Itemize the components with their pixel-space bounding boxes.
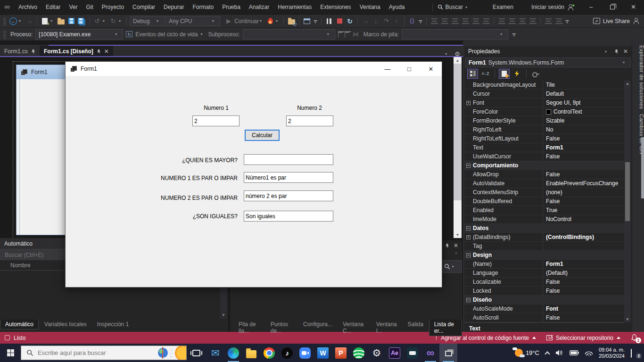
close-panel-icon[interactable]: ✕: [623, 48, 628, 55]
minimize-button[interactable]: −: [580, 0, 602, 14]
debug-location-overflow-icon[interactable]: ▬▾: [511, 32, 517, 37]
menu-item[interactable]: Git: [82, 0, 97, 14]
document-tab[interactable]: Form1.cs [Diseño] ✕: [40, 46, 113, 57]
task-view-button[interactable]: [187, 344, 206, 362]
vertical-spacing-icon[interactable]: [554, 16, 563, 26]
pin-icon[interactable]: [445, 243, 449, 248]
scroll-up-icon[interactable]: ▲: [626, 81, 629, 87]
select-repository-button[interactable]: Seleccionar repositorio: [546, 335, 620, 341]
spotify-icon[interactable]: [350, 344, 368, 362]
Enabled[interactable]: Enabled True: [464, 206, 624, 215]
FormBorderStyle[interactable]: FormBorderStyle Sizable: [464, 116, 624, 125]
chrome-icon[interactable]: [260, 344, 278, 362]
AutoScroll[interactable]: AutoScroll False: [464, 313, 624, 322]
redo-icon[interactable]: ↻: [108, 16, 118, 26]
ImeMode[interactable]: ImeMode NoControl: [464, 215, 624, 224]
pin-icon[interactable]: [31, 49, 35, 54]
stack-frame-dropdown[interactable]: ▾: [402, 29, 508, 40]
pause-debug-icon[interactable]: [324, 16, 334, 26]
align-tops-icon[interactable]: [461, 16, 470, 26]
solution-configuration-dropdown[interactable]: Debug▾: [130, 16, 165, 26]
Text[interactable]: Text Form1: [464, 143, 624, 152]
vertical-tool-tab[interactable]: Explorador de soluciones: [632, 41, 644, 109]
output-tab[interactable]: Ventana C...: [338, 320, 371, 336]
hot-reload-icon[interactable]: [265, 16, 275, 26]
close-tab-icon[interactable]: ✕: [104, 48, 109, 55]
live-share-button[interactable]: ↗ Live Share: [593, 18, 644, 25]
form-close-button[interactable]: ✕: [420, 62, 442, 76]
numero1-par-textbox[interactable]: [244, 172, 333, 183]
debug-toolbar-overflow-icon[interactable]: ▬▾: [418, 19, 423, 24]
save-all-icon[interactable]: [77, 16, 86, 26]
UseWaitCursor[interactable]: UseWaitCursor False: [464, 152, 624, 161]
explorer-icon[interactable]: [242, 344, 260, 362]
step-over-icon[interactable]: ↷: [381, 16, 391, 26]
align-bottoms-icon[interactable]: [481, 16, 491, 26]
son-iguales-textbox[interactable]: [244, 211, 333, 222]
tiktok-icon[interactable]: ♪: [278, 344, 296, 362]
undo-chevron-icon[interactable]: ▾: [103, 19, 107, 23]
unflag-threads-icon[interactable]: [345, 31, 348, 37]
categorized-view-icon[interactable]: [467, 69, 478, 79]
scrollbar-thumb[interactable]: [625, 162, 630, 221]
align-rights-icon[interactable]: [450, 16, 460, 26]
menu-item[interactable]: Formato: [188, 0, 218, 14]
new-project-icon[interactable]: [40, 16, 50, 26]
expand-toggle-icon[interactable]: −: [466, 226, 471, 230]
designer-vertical-scrollbar[interactable]: ▲ ▼: [454, 57, 462, 238]
form-minimize-button[interactable]: —: [377, 62, 398, 76]
align-middles-icon[interactable]: [471, 16, 480, 26]
search-highlight-doodle[interactable]: ←←←: [158, 346, 185, 360]
lifecycle-events-icon[interactable]: ↻: [126, 31, 132, 37]
menu-item[interactable]: Compilar: [128, 0, 159, 14]
open-file-icon[interactable]: [56, 16, 66, 26]
form-maximize-button[interactable]: □: [398, 62, 420, 76]
Localizable[interactable]: Localizable False: [464, 278, 624, 287]
menu-item[interactable]: Editar: [41, 0, 65, 14]
expand-toggle-icon[interactable]: +: [466, 101, 471, 105]
quien-es-mayor-textbox[interactable]: [244, 154, 333, 165]
numero2-textbox[interactable]: [286, 115, 333, 126]
watch-tab[interactable]: Inspección 1: [92, 320, 133, 329]
continue-chevron-icon[interactable]: ▾: [260, 19, 264, 23]
(Name)[interactable]: (Name) Form1: [464, 260, 624, 269]
watch-tab[interactable]: Automático: [0, 320, 39, 329]
output-tab[interactable]: Lista de er...: [429, 320, 462, 336]
expand-toggle-icon[interactable]: −: [466, 298, 471, 302]
document-tab[interactable]: Form1.cs ✕: [0, 46, 40, 57]
ForeColor[interactable]: ForeColor ControlText: [464, 107, 624, 116]
code-map-icon[interactable]: ⟨⟩: [407, 16, 417, 26]
form-title-bar[interactable]: Form1 — □ ✕: [66, 62, 442, 76]
phone-link-icon[interactable]: [404, 344, 421, 362]
make-same-height-icon[interactable]: [507, 16, 517, 26]
debug-location-grip[interactable]: [3, 30, 6, 39]
RightToLeft[interactable]: RightToLeft No: [464, 125, 624, 134]
Design[interactable]: − Design: [464, 251, 624, 260]
pin-icon[interactable]: [614, 49, 619, 54]
pin-icon[interactable]: [97, 49, 101, 54]
taskbar-search-box[interactable]: ←←←: [21, 346, 187, 360]
toolbar-overflow-icon[interactable]: ’’: [455, 252, 457, 257]
step-out-icon[interactable]: ↑: [392, 16, 401, 26]
toolbar-overflow-icon[interactable]: ▬▾: [313, 19, 318, 24]
navigate-forward-icon[interactable]: →: [25, 16, 34, 26]
hot-reload-chevron-icon[interactable]: ▾: [276, 19, 281, 23]
toolbar-grip[interactable]: [3, 17, 6, 25]
running-app-icon[interactable]: [439, 344, 457, 362]
scrollbar-thumb[interactable]: [454, 64, 462, 200]
process-dropdown[interactable]: [10080] Examen.exe▾: [35, 29, 123, 40]
output-tab[interactable]: Pila de lla...: [234, 320, 265, 336]
start-button[interactable]: [0, 344, 21, 362]
object-selector-dropdown[interactable]: Form1 System.Windows.Forms.Form ▾: [465, 58, 631, 67]
redo-chevron-icon[interactable]: ▾: [119, 19, 124, 23]
ContextMenuStrip[interactable]: ContextMenuStrip (none): [464, 188, 624, 197]
Diseño[interactable]: − Diseño: [464, 296, 624, 304]
output-tab[interactable]: Salida: [403, 320, 428, 329]
tray-chevron-up-icon[interactable]: [545, 351, 550, 356]
output-tab[interactable]: Configura...: [298, 320, 337, 329]
settings-icon[interactable]: ⚙: [368, 344, 386, 362]
battery-icon[interactable]: [570, 350, 579, 355]
Locked[interactable]: Locked False: [464, 287, 624, 296]
AutoScaleMode[interactable]: AutoScaleMode Font: [464, 304, 624, 313]
edge-scrollbar-thumb[interactable]: [641, 137, 644, 198]
